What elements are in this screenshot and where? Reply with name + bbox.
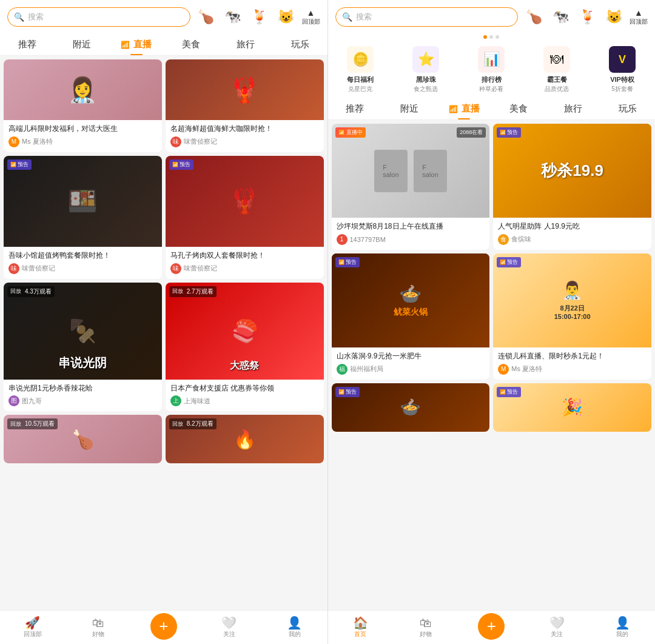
left-card-5-info: 串说光阴1元秒杀香辣花蛤 图 图九哥	[4, 380, 162, 412]
left-icon-face[interactable]: 😺	[275, 6, 297, 28]
right-quick-ranking-label: 排行榜	[482, 75, 502, 84]
left-card-6-author: 上海味道	[184, 397, 210, 406]
right-icon-chicken[interactable]: 🍗	[523, 6, 545, 28]
left-card-4[interactable]: 🦞 📶 预告 马孔子烤肉双人套餐限时抢！ 味 味蕾侦察记	[166, 156, 324, 279]
left-nav-me[interactable]: 👤 我的	[262, 617, 328, 639]
right-quick-black-pearl-icon-box: ⭐	[412, 46, 439, 73]
left-tab-live[interactable]: 📶 直播	[109, 36, 164, 53]
left-content: 👩‍⚕️ 高端儿科限时发福利，对话大医生 M Ms 夏洛特 🦞 名超海鲜超值海鲜…	[0, 56, 328, 644]
left-panel: 🔍 搜索 🍗 🐄 🍹 😺 ▲ 回顶部 推荐 附近 📶 直播 美食 旅行 玩乐 👩…	[0, 0, 328, 644]
left-card-2-meta: 味 味蕾侦察记	[170, 136, 319, 147]
right-card-1[interactable]: Fsalon Fsalon 📶 直播中 2088在看 沙坪坝梵斯8月18日上午在…	[332, 124, 490, 250]
left-tab-travel[interactable]: 旅行	[218, 36, 273, 53]
right-nav-goods[interactable]: 🛍 好物	[393, 617, 458, 639]
right-search-box[interactable]: 🔍 搜索	[335, 7, 519, 27]
right-tab-live[interactable]: 📶 直播	[437, 101, 491, 117]
ranking-icon: 📊	[483, 52, 500, 67]
left-tab-food[interactable]: 美食	[164, 36, 218, 53]
left-card-6-title: 日本产食材支援店 优惠券等你领	[170, 383, 319, 394]
right-top-bar: 🔍 搜索 🍗 🐄 🍹 😺 ▲ 回顶部	[328, 0, 656, 33]
left-icon-chicken[interactable]: 🍗	[195, 6, 217, 28]
black-pearl-icon: ⭐	[418, 52, 434, 67]
left-icon-cow[interactable]: 🐄	[222, 6, 244, 28]
right-quick-ranking[interactable]: 📊 排行榜 种草必看	[458, 46, 524, 93]
left-card-8[interactable]: 🔥 回放 8.2万观看	[166, 415, 324, 463]
right-icon-face[interactable]: 😺	[603, 6, 625, 28]
right-card-2[interactable]: 秒杀19.9 📶 预告 人气明星助阵 人19.9元吃 食 食缤味	[493, 124, 651, 250]
right-quick-black-pearl[interactable]: ⭐ 黑珍珠 食之甄选	[393, 46, 458, 93]
left-card-2[interactable]: 🦞 名超海鲜超值海鲜大咖限时抢！ 味 味蕾侦察记	[166, 59, 324, 152]
right-nav-home[interactable]: 🏠 首页	[328, 617, 394, 639]
left-nav-goods[interactable]: 🛍 好物	[66, 617, 131, 639]
left-card-5-avatar: 图	[8, 395, 19, 406]
right-nav-me-icon: 👤	[615, 617, 630, 629]
right-tab-play[interactable]: 玩乐	[600, 101, 655, 117]
left-card-2-info: 名超海鲜超值海鲜大咖限时抢！ 味 味蕾侦察记	[166, 120, 324, 152]
right-nav-home-icon: 🏠	[353, 617, 368, 629]
left-card-1[interactable]: 👩‍⚕️ 高端儿科限时发福利，对话大医生 M Ms 夏洛特	[4, 59, 162, 152]
right-card-6[interactable]: 🎉 📶 预告	[493, 383, 651, 432]
right-tab-nearby[interactable]: 附近	[382, 101, 437, 117]
right-card-3-title: 山水落洞·9.9元抢一米肥牛	[337, 351, 485, 361]
left-card-2-author: 味蕾侦察记	[184, 137, 217, 146]
left-card-3-badge: 📶 预告	[7, 159, 32, 170]
right-card-3-author: 福州福利局	[350, 364, 383, 374]
left-card-3-info: 吾味小馆超值烤鸭套餐限时抢！ 味 味蕾侦察记	[4, 247, 162, 279]
left-card-5-thumb: 🍢 串说光阴	[4, 283, 162, 380]
right-quick-black-pearl-sub: 食之甄选	[414, 85, 438, 93]
left-nav-follow[interactable]: 🤍 关注	[196, 617, 262, 639]
left-card-6-meta: 上 上海味道	[170, 395, 319, 406]
right-back-top-btn[interactable]: ▲ 回顶部	[630, 8, 648, 26]
left-search-box[interactable]: 🔍 搜索	[7, 7, 190, 27]
right-card-5[interactable]: 🍲 📶 预告	[332, 383, 490, 432]
left-tab-play[interactable]: 玩乐	[273, 36, 328, 53]
left-card-8-badge: 回放 8.2万观看	[169, 418, 217, 429]
right-icon-cocktail[interactable]: 🍹	[576, 6, 598, 28]
right-tab-recommend[interactable]: 推荐	[328, 101, 383, 117]
left-nav-plus-btn[interactable]: +	[150, 613, 177, 640]
dot-3	[495, 35, 499, 39]
left-tab-recommend[interactable]: 推荐	[0, 36, 55, 53]
right-nav-tabs: 推荐 附近 📶 直播 美食 旅行 玩乐	[328, 97, 656, 120]
right-icon-cow[interactable]: 🐄	[549, 6, 571, 28]
daily-bonus-icon: 🪙	[352, 52, 369, 67]
left-tab-nearby[interactable]: 附近	[55, 36, 109, 53]
right-nav-follow[interactable]: 🤍 关注	[524, 617, 590, 639]
left-card-4-title: 马孔子烤肉双人套餐限时抢！	[170, 250, 319, 261]
left-card-1-thumb: 👩‍⚕️	[4, 59, 162, 120]
right-quick-daily[interactable]: 🪙 每日福利 兑星巴克	[328, 46, 394, 93]
right-tab-travel[interactable]: 旅行	[546, 101, 600, 117]
right-card-4[interactable]: 👨‍⚕️ 8月22日15:00-17:00 📶 预告 连锁儿科直播、限时秒杀1元…	[493, 253, 651, 380]
left-card-7[interactable]: 🍗 回放 10.5万观看	[4, 415, 162, 463]
right-card-1-viewers: 2088在看	[457, 127, 486, 138]
left-top-bar: 🔍 搜索 🍗 🐄 🍹 😺 ▲ 回顶部	[0, 0, 328, 33]
bar-chart-icon: 📶	[121, 41, 130, 49]
right-card-2-badge: 📶 预告	[497, 127, 521, 138]
left-nav-home[interactable]: 🚀 回顶部	[0, 617, 66, 639]
left-card-6[interactable]: 🍣 大惑祭 回放 2.7万观看 日本产食材支援店 优惠券等你领 上 上海味道	[166, 283, 324, 412]
left-card-4-author: 味蕾侦察记	[184, 264, 217, 273]
right-quick-vip[interactable]: V VIP特权 5折套餐	[590, 46, 655, 93]
left-nav-home-icon: 🚀	[25, 617, 40, 629]
left-nav-plus[interactable]: +	[131, 613, 196, 642]
right-card-3-avatar: 福	[337, 364, 348, 375]
right-nav-plus[interactable]: +	[458, 613, 524, 642]
left-hero-row: 👩‍⚕️ 高端儿科限时发福利，对话大医生 M Ms 夏洛特 🦞 名超海鲜超值海鲜…	[4, 59, 324, 152]
right-tab-food[interactable]: 美食	[491, 101, 546, 117]
right-bottom-nav: 🏠 首页 🛍 好物 + 🤍 关注 👤 我的	[328, 610, 656, 644]
right-quick-bawang[interactable]: 🍽 霸王餐 品质优选	[524, 46, 590, 93]
right-nav-plus-btn[interactable]: +	[478, 613, 505, 640]
left-nav-follow-icon: 🤍	[221, 617, 237, 629]
left-back-top-btn[interactable]: ▲ 回顶部	[302, 8, 320, 26]
left-card-3[interactable]: 🍱 📶 预告 吾味小馆超值烤鸭套餐限时抢！ 味 味蕾侦察记	[4, 156, 162, 279]
left-search-text: 搜索	[28, 12, 44, 22]
right-quick-vip-sub: 5折套餐	[611, 85, 633, 93]
left-icon-cocktail[interactable]: 🍹	[249, 6, 270, 28]
left-row-2: 🍱 📶 预告 吾味小馆超值烤鸭套餐限时抢！ 味 味蕾侦察记 🦞	[4, 156, 324, 279]
right-card-3[interactable]: 🍲 鱿菜火锅 📶 预告 山水落洞·9.9元抢一米肥牛 福 福州福利局	[332, 253, 490, 380]
left-card-5[interactable]: 🍢 串说光阴 回放 4.3万观看 串说光阴1元秒杀香辣花蛤 图 图九哥	[4, 283, 162, 412]
right-panel: 🔍 搜索 🍗 🐄 🍹 😺 ▲ 回顶部 🪙 每日福利 兑星巴克 ⭐	[328, 0, 656, 644]
right-nav-me[interactable]: 👤 我的	[590, 617, 655, 639]
right-content: Fsalon Fsalon 📶 直播中 2088在看 沙坪坝梵斯8月18日上午在…	[328, 120, 656, 644]
left-card-5-meta: 图 图九哥	[8, 395, 157, 406]
